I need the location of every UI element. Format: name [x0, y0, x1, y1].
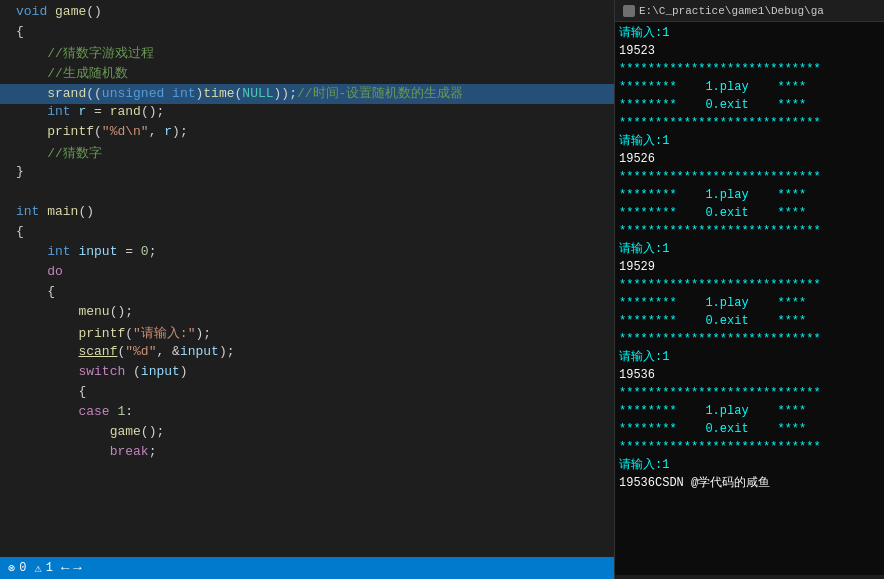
- line-content-23: break;: [0, 444, 156, 459]
- line-content-17: printf("请输入:");: [0, 324, 211, 342]
- line-content-11: int main(): [0, 204, 94, 219]
- terminal-line-26: 19536CSDN @学代码的咸鱼: [619, 474, 880, 492]
- line-content-3: //猜数字游戏过程: [0, 44, 154, 62]
- terminal-line-5: ******** 0.exit ****: [619, 96, 880, 114]
- line-content-9: }: [0, 164, 24, 179]
- terminal-titlebar: E:\C_practice\game1\Debug\ga: [615, 0, 884, 22]
- line-content-2: {: [0, 24, 24, 39]
- editor-panel: void game() { //猜数字游戏过程 //生成随机数 srand((u…: [0, 0, 615, 579]
- code-line-4: //生成随机数: [0, 64, 614, 84]
- terminal-line-16: ******** 1.play ****: [619, 294, 880, 312]
- code-line-2: {: [0, 24, 614, 44]
- line-content-7: printf("%d\n", r);: [0, 124, 188, 139]
- terminal-line-2: 19523: [619, 42, 880, 60]
- line-content-15: {: [0, 284, 55, 299]
- error-icon: ⊗: [8, 561, 15, 576]
- terminal-line-21: ****************************: [619, 384, 880, 402]
- code-line-15: {: [0, 284, 614, 304]
- line-content-13: int input = 0;: [0, 244, 156, 259]
- terminal-line-11: ******** 0.exit ****: [619, 204, 880, 222]
- line-content-8: //猜数字: [0, 144, 102, 162]
- line-content-10: [0, 184, 24, 199]
- line-content-1: void game(): [0, 4, 102, 19]
- line-content-12: {: [0, 224, 24, 239]
- terminal-line-25: 请输入:1: [619, 456, 880, 474]
- forward-arrow[interactable]: →: [73, 560, 81, 576]
- warning-count: 1: [46, 561, 53, 575]
- terminal-scrollbar-bottom: [615, 575, 884, 579]
- code-line-9: }: [0, 164, 614, 184]
- code-line-20: {: [0, 384, 614, 404]
- line-content-14: do: [0, 264, 63, 279]
- line-content-22: game();: [0, 424, 164, 439]
- code-line-5: srand((unsigned int)time(NULL));//时间-设置随…: [0, 84, 614, 104]
- warning-indicator: ⚠ 1: [34, 561, 52, 576]
- line-content-6: int r = rand();: [0, 104, 164, 119]
- terminal-line-19: 请输入:1: [619, 348, 880, 366]
- terminal-content[interactable]: 请输入:1 19523 ****************************…: [615, 22, 884, 575]
- code-line-11: int main(): [0, 204, 614, 224]
- line-content-18: scanf("%d", &input);: [0, 344, 235, 359]
- error-indicator: ⊗ 0: [8, 561, 26, 576]
- main-container: void game() { //猜数字游戏过程 //生成随机数 srand((u…: [0, 0, 884, 579]
- code-line-12: {: [0, 224, 614, 244]
- code-area: void game() { //猜数字游戏过程 //生成随机数 srand((u…: [0, 0, 614, 557]
- terminal-line-17: ******** 0.exit ****: [619, 312, 880, 330]
- terminal-line-6: ****************************: [619, 114, 880, 132]
- terminal-line-12: ****************************: [619, 222, 880, 240]
- code-line-23: break;: [0, 444, 614, 464]
- code-line-22: game();: [0, 424, 614, 444]
- terminal-line-8: 19526: [619, 150, 880, 168]
- code-line-7: printf("%d\n", r);: [0, 124, 614, 144]
- terminal-line-18: ****************************: [619, 330, 880, 348]
- code-line-21: case 1:: [0, 404, 614, 424]
- code-line-6: int r = rand();: [0, 104, 614, 124]
- code-line-1: void game(): [0, 4, 614, 24]
- terminal-line-15: ****************************: [619, 276, 880, 294]
- terminal-line-10: ******** 1.play ****: [619, 186, 880, 204]
- code-line-17: printf("请输入:");: [0, 324, 614, 344]
- terminal-icon: [623, 5, 635, 17]
- line-content-5: srand((unsigned int)time(NULL));//时间-设置随…: [0, 84, 463, 102]
- terminal-line-7: 请输入:1: [619, 132, 880, 150]
- back-arrow[interactable]: ←: [61, 560, 69, 576]
- code-line-13: int input = 0;: [0, 244, 614, 264]
- code-line-18: scanf("%d", &input);: [0, 344, 614, 364]
- code-line-10: [0, 184, 614, 204]
- line-content-20: {: [0, 384, 86, 399]
- code-line-3: //猜数字游戏过程: [0, 44, 614, 64]
- code-line-19: switch (input): [0, 364, 614, 384]
- line-content-4: //生成随机数: [0, 64, 128, 82]
- terminal-line-24: ****************************: [619, 438, 880, 456]
- code-line-14: do: [0, 264, 614, 284]
- error-count: 0: [19, 561, 26, 575]
- terminal-line-1: 请输入:1: [619, 24, 880, 42]
- terminal-line-23: ******** 0.exit ****: [619, 420, 880, 438]
- code-line-8: //猜数字: [0, 144, 614, 164]
- terminal-line-13: 请输入:1: [619, 240, 880, 258]
- terminal-line-9: ****************************: [619, 168, 880, 186]
- line-content-19: switch (input): [0, 364, 188, 379]
- line-content-21: case 1:: [0, 404, 133, 419]
- code-line-16: menu();: [0, 304, 614, 324]
- terminal-line-22: ******** 1.play ****: [619, 402, 880, 420]
- terminal-line-14: 19529: [619, 258, 880, 276]
- terminal-panel: E:\C_practice\game1\Debug\ga 请输入:1 19523…: [615, 0, 884, 579]
- terminal-line-4: ******** 1.play ****: [619, 78, 880, 96]
- terminal-line-20: 19536: [619, 366, 880, 384]
- warning-icon: ⚠: [34, 561, 41, 576]
- terminal-title: E:\C_practice\game1\Debug\ga: [639, 5, 824, 17]
- terminal-line-3: ****************************: [619, 60, 880, 78]
- line-content-16: menu();: [0, 304, 133, 319]
- nav-arrows: ← →: [61, 560, 82, 576]
- status-bar: ⊗ 0 ⚠ 1 ← →: [0, 557, 614, 579]
